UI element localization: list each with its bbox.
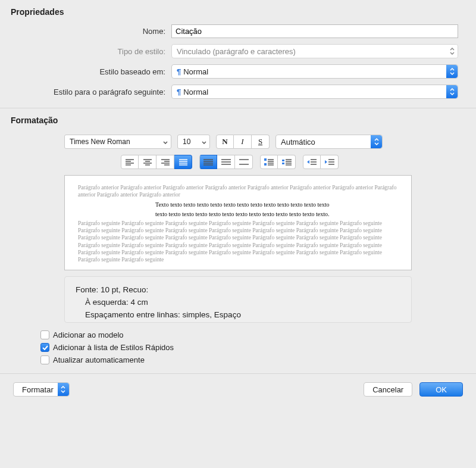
add-template-label: Adicionar ao modelo (53, 330, 124, 339)
svg-marker-37 (307, 160, 309, 164)
font-name-value: Times New Roman (70, 138, 130, 146)
format-button-label: Formatar (22, 385, 54, 394)
svg-rect-32 (282, 163, 284, 164)
format-menu-button[interactable]: Formatar (13, 382, 70, 397)
font-size-value: 10 (183, 138, 190, 146)
cancel-button[interactable]: Cancelar (364, 382, 412, 397)
align-left-button[interactable] (121, 155, 139, 169)
chevron-updown-icon (446, 45, 458, 58)
pilcrow-icon: ¶ (177, 88, 181, 96)
chevron-updown-icon (371, 135, 382, 148)
svg-rect-26 (264, 163, 267, 166)
font-style-group: N I S (216, 135, 270, 149)
formatting-title: Formatação (0, 108, 476, 130)
name-label: Nome: (11, 27, 171, 36)
preview-body-text: texto texto texto texto texto texto text… (78, 210, 398, 218)
style-type-label: Tipo de estilo: (11, 47, 171, 56)
add-quick-styles-label: Adicionar à lista de Estilos Rápidos (53, 343, 174, 352)
line-spacing-group (199, 155, 253, 169)
para-space-increase-button[interactable] (260, 155, 278, 169)
chevron-down-icon (202, 138, 206, 146)
indent-decrease-button[interactable] (303, 155, 321, 169)
next-para-label: Estilo para o parágrafo seguinte: (11, 88, 171, 96)
based-on-select[interactable]: ¶ Normal (171, 64, 458, 79)
auto-update-checkbox[interactable] (40, 355, 49, 364)
based-on-value: Normal (183, 67, 208, 76)
preview-prev-text: Parágrafo anterior Parágrafo anterior Pa… (78, 184, 398, 199)
preview-next-text: Parágrafo seguinte Parágrafo seguinte Pa… (78, 220, 398, 264)
add-quick-styles-checkbox[interactable] (40, 343, 49, 352)
align-group (121, 155, 192, 169)
font-color-value: Autmático (281, 138, 315, 146)
font-size-select[interactable]: 10 (177, 135, 210, 149)
style-preview: Parágrafo anterior Parágrafo anterior Pa… (64, 175, 412, 270)
based-on-label: Estilo baseado em: (11, 67, 171, 76)
style-type-select[interactable]: Vinculado (parágrafo e caracteres) (171, 44, 458, 58)
next-para-value: Normal (183, 88, 208, 96)
chevron-down-icon (163, 138, 168, 146)
line-spacing-1-button[interactable] (199, 155, 217, 169)
name-input[interactable] (171, 24, 458, 38)
line-spacing-2-button[interactable] (235, 155, 253, 169)
chevron-updown-icon (446, 85, 458, 98)
add-template-checkbox[interactable] (40, 330, 49, 339)
svg-rect-25 (264, 158, 267, 161)
next-para-select[interactable]: ¶ Normal (171, 85, 458, 99)
desc-line: Fonte: 10 pt, Recuo: (76, 284, 400, 297)
ok-button[interactable]: OK (419, 382, 463, 397)
svg-rect-31 (282, 160, 284, 161)
preview-body-text: Texto texto texto texto texto texto text… (78, 201, 398, 208)
align-justify-button[interactable] (174, 155, 192, 169)
align-right-button[interactable] (156, 155, 174, 169)
chevron-updown-icon (58, 383, 69, 396)
indent-increase-button[interactable] (321, 155, 339, 169)
style-type-value: Vinculado (parágrafo e caracteres) (177, 47, 296, 56)
para-space-decrease-button[interactable] (278, 155, 296, 169)
style-description: Fonte: 10 pt, Recuo: À esquerda: 4 cm Es… (64, 276, 412, 323)
para-spacing-group (260, 155, 296, 169)
line-spacing-1.5-button[interactable] (217, 155, 235, 169)
desc-line: Espaçamento entre linhas: simples, Espaç… (76, 309, 400, 322)
auto-update-label: Atualizar automaticamente (53, 355, 145, 364)
font-name-select[interactable]: Times New Roman (64, 135, 171, 149)
indent-group (303, 155, 339, 169)
desc-line: À esquerda: 4 cm (76, 297, 400, 309)
properties-title: Propriedades (0, 0, 476, 21)
chevron-updown-icon (446, 65, 458, 78)
underline-button[interactable]: S (252, 135, 270, 149)
bold-button[interactable]: N (216, 135, 234, 149)
pilcrow-icon: ¶ (177, 67, 181, 76)
svg-marker-41 (325, 160, 327, 164)
font-color-select[interactable]: Autmático (275, 135, 383, 149)
align-center-button[interactable] (139, 155, 156, 169)
italic-button[interactable]: I (234, 135, 252, 149)
